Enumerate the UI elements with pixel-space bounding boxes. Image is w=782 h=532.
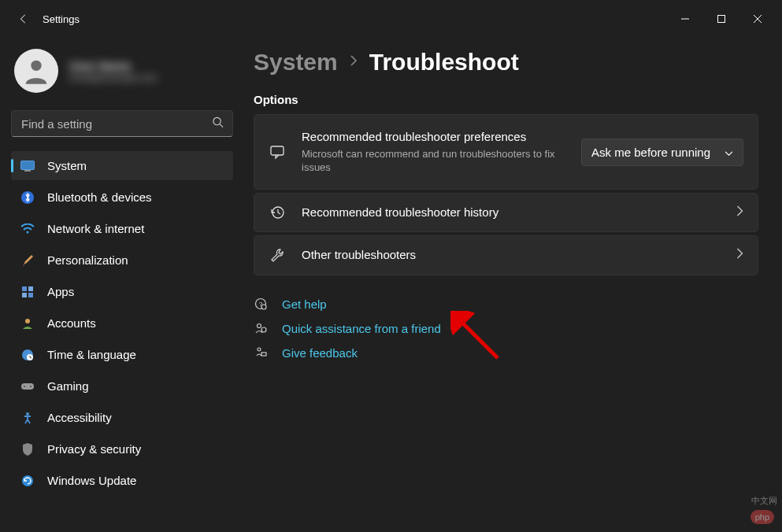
back-button[interactable] bbox=[13, 8, 35, 30]
breadcrumb-parent[interactable]: System bbox=[254, 49, 338, 76]
sidebar-item-label: Privacy & security bbox=[47, 442, 141, 456]
sidebar-item-windows-update[interactable]: Windows Update bbox=[11, 466, 233, 495]
chevron-right-icon bbox=[736, 248, 743, 262]
card-body: Recommended troubleshooter preferences M… bbox=[302, 129, 565, 174]
chevron-right-icon bbox=[736, 205, 743, 220]
chevron-right-icon bbox=[349, 54, 358, 71]
main-panel: System Troubleshoot Options Recommended … bbox=[244, 38, 782, 532]
svg-point-27 bbox=[261, 327, 266, 332]
link-give-feedback[interactable]: Give feedback bbox=[254, 346, 758, 360]
window-controls bbox=[667, 6, 776, 31]
profile-text: User Name email@example.com bbox=[69, 59, 230, 83]
svg-point-19 bbox=[26, 412, 29, 416]
sidebar-item-gaming[interactable]: Gaming bbox=[11, 371, 233, 401]
svg-point-8 bbox=[27, 231, 29, 233]
apps-icon bbox=[20, 285, 35, 299]
card-body: Other troubleshooters bbox=[302, 247, 721, 263]
sidebar-item-label: Gaming bbox=[47, 379, 89, 393]
svg-line-4 bbox=[220, 124, 223, 127]
sidebar-item-label: Time & language bbox=[47, 348, 136, 361]
svg-rect-5 bbox=[21, 161, 35, 169]
svg-rect-6 bbox=[24, 170, 31, 172]
help-icon: ? bbox=[254, 297, 268, 310]
sidebar-item-time-language[interactable]: Time & language bbox=[11, 340, 233, 369]
svg-rect-16 bbox=[21, 383, 34, 390]
titlebar: Settings bbox=[0, 0, 782, 38]
sidebar-item-accounts[interactable]: Accounts bbox=[11, 308, 233, 338]
chat-icon bbox=[269, 144, 286, 160]
profile-name: User Name bbox=[69, 59, 230, 72]
sidebar-item-accessibility[interactable]: Accessibility bbox=[11, 403, 233, 432]
card-action: Ask me before running bbox=[581, 139, 743, 166]
maximize-button[interactable] bbox=[703, 6, 739, 31]
sidebar-item-privacy[interactable]: Privacy & security bbox=[11, 434, 233, 464]
chevron-down-icon bbox=[725, 146, 733, 159]
search-input[interactable] bbox=[11, 110, 233, 137]
sidebar-item-personalization[interactable]: Personalization bbox=[11, 246, 233, 275]
profile-block[interactable]: User Name email@example.com bbox=[11, 38, 233, 110]
watermark-cn: 中文网 bbox=[751, 495, 777, 507]
preferences-dropdown[interactable]: Ask me before running bbox=[581, 139, 743, 166]
avatar bbox=[14, 49, 58, 93]
sidebar-item-label: System bbox=[47, 159, 87, 172]
shield-icon bbox=[20, 442, 35, 456]
link-text: Get help bbox=[282, 297, 327, 311]
card-body: Recommended troubleshooter history bbox=[302, 205, 721, 220]
sidebar-item-bluetooth[interactable]: Bluetooth & devices bbox=[11, 183, 233, 212]
card-other-troubleshooters[interactable]: Other troubleshooters bbox=[254, 235, 758, 275]
svg-point-20 bbox=[22, 475, 33, 486]
card-troubleshooter-preferences[interactable]: Recommended troubleshooter preferences M… bbox=[254, 114, 758, 190]
link-text: Quick assistance from a friend bbox=[282, 322, 441, 335]
sidebar-item-label: Accessibility bbox=[47, 411, 112, 424]
svg-rect-9 bbox=[22, 286, 27, 291]
display-icon bbox=[20, 159, 35, 173]
help-links: ? Get help Quick assistance from a frien… bbox=[254, 297, 758, 360]
minimize-button[interactable] bbox=[667, 6, 703, 31]
card-title: Recommended troubleshooter history bbox=[302, 205, 721, 220]
svg-rect-21 bbox=[271, 146, 284, 155]
svg-rect-1 bbox=[718, 16, 725, 23]
nav: System Bluetooth & devices Network & int… bbox=[11, 151, 233, 495]
svg-point-13 bbox=[25, 319, 30, 323]
brush-icon bbox=[20, 253, 35, 268]
svg-rect-12 bbox=[28, 293, 33, 297]
sidebar-item-label: Accounts bbox=[47, 316, 96, 330]
sidebar-item-label: Personalization bbox=[47, 253, 128, 267]
svg-point-18 bbox=[30, 386, 32, 387]
dropdown-value: Ask me before running bbox=[591, 146, 710, 159]
sidebar-item-label: Bluetooth & devices bbox=[47, 190, 152, 204]
wifi-icon bbox=[20, 222, 35, 236]
watermark: php bbox=[750, 510, 774, 524]
sidebar-item-label: Network & internet bbox=[47, 222, 144, 235]
breadcrumb: System Troubleshoot bbox=[254, 49, 758, 76]
clock-globe-icon bbox=[20, 348, 35, 362]
sidebar: User Name email@example.com System Blu bbox=[0, 38, 244, 532]
svg-point-2 bbox=[31, 61, 41, 71]
sidebar-item-apps[interactable]: Apps bbox=[11, 277, 233, 306]
svg-point-17 bbox=[24, 386, 25, 387]
search-wrapper bbox=[11, 110, 233, 137]
bluetooth-icon bbox=[20, 190, 35, 205]
svg-rect-10 bbox=[28, 286, 33, 291]
history-icon bbox=[269, 205, 286, 220]
card-title: Recommended troubleshooter preferences bbox=[302, 129, 565, 145]
svg-rect-11 bbox=[22, 293, 27, 297]
update-icon bbox=[20, 474, 35, 488]
close-button[interactable] bbox=[739, 6, 776, 31]
svg-text:?: ? bbox=[259, 301, 263, 308]
gamepad-icon bbox=[20, 379, 35, 393]
svg-point-3 bbox=[213, 117, 221, 124]
svg-rect-29 bbox=[261, 353, 266, 356]
accessibility-icon bbox=[20, 411, 35, 425]
sidebar-item-network[interactable]: Network & internet bbox=[11, 214, 233, 243]
link-text: Give feedback bbox=[282, 346, 358, 360]
link-get-help[interactable]: ? Get help bbox=[254, 297, 758, 311]
link-quick-assist[interactable]: Quick assistance from a friend bbox=[254, 322, 758, 335]
sidebar-item-system[interactable]: System bbox=[11, 151, 233, 180]
svg-point-26 bbox=[258, 324, 261, 328]
card-troubleshooter-history[interactable]: Recommended troubleshooter history bbox=[254, 193, 758, 232]
sidebar-item-label: Apps bbox=[47, 285, 74, 298]
wrench-icon bbox=[269, 247, 286, 263]
feedback-icon bbox=[254, 346, 268, 359]
card-desc: Microsoft can recommend and run troubles… bbox=[302, 147, 565, 175]
